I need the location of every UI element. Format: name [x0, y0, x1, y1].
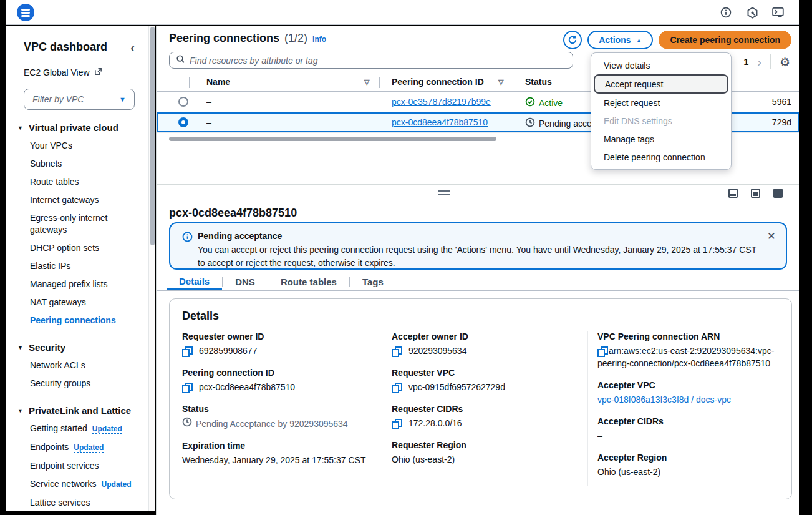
- field-label: Requester owner ID: [182, 331, 366, 341]
- copy-icon[interactable]: [392, 419, 401, 428]
- sidebar-item-service-networks[interactable]: Service networksUpdated: [6, 475, 148, 494]
- screen-edge-bottom: [6, 511, 150, 515]
- sidebar-collapse-icon[interactable]: ‹: [130, 42, 135, 52]
- horizontal-scrollbar[interactable]: [169, 137, 496, 141]
- requester-vpc-truncated: 729d: [772, 117, 791, 127]
- screen-edge-right: [799, 0, 812, 515]
- page-title: Peering connections: [169, 32, 279, 45]
- sidebar-item-egress-only-internet-gateways[interactable]: Egress-only internet gateways: [6, 209, 148, 239]
- panel-layout-bottom-large-icon[interactable]: [751, 189, 760, 198]
- create-peering-connection-button[interactable]: Create peering connection: [659, 31, 791, 49]
- sidebar-scrollbar-thumb[interactable]: [150, 27, 155, 245]
- banner-title: Pending acceptance: [198, 231, 282, 241]
- accepter-vpc-link[interactable]: vpc-018f086a13f3c3f8d / docs-vpc: [597, 393, 780, 406]
- gear-icon[interactable]: ⚙: [780, 56, 790, 68]
- sort-icon-name[interactable]: ▽: [364, 78, 369, 86]
- sidebar-item-your-vpcs[interactable]: Your VPCs: [6, 137, 148, 155]
- sidebar-item-route-tables[interactable]: Route tables: [6, 173, 148, 191]
- details-tabs: Details DNS Route tables Tags: [157, 273, 800, 291]
- row-radio-selected[interactable]: [178, 117, 188, 127]
- panel-layout-bottom-icon[interactable]: [728, 189, 738, 198]
- field-value: 692859908677: [199, 345, 257, 357]
- search-input[interactable]: [190, 56, 566, 66]
- copy-icon[interactable]: [392, 346, 401, 356]
- sidebar-item-dhcp-option-sets[interactable]: DHCP option sets: [6, 239, 148, 257]
- field-label: Status: [182, 404, 366, 414]
- sidebar-item-elastic-ips[interactable]: Elastic IPs: [6, 257, 148, 275]
- copy-icon[interactable]: [392, 383, 401, 392]
- field-value: Ohio (us-east-2): [392, 453, 575, 466]
- menu-item-delete-peering-connection[interactable]: Delete peering connection: [591, 148, 731, 166]
- next-page-icon[interactable]: ›: [757, 57, 761, 66]
- field-label: VPC Peering connection ARN: [597, 331, 780, 341]
- sidebar-item-subnets[interactable]: Subnets: [6, 155, 148, 173]
- sidebar-item-network-acls[interactable]: Network ACLs: [6, 356, 148, 375]
- menu-item-accept-request[interactable]: Accept request: [594, 74, 728, 94]
- refresh-button[interactable]: [563, 31, 582, 49]
- sidebar-item-endpoint-services[interactable]: Endpoint services: [6, 457, 148, 475]
- sidebar-item-managed-prefix-lists[interactable]: Managed prefix lists: [6, 275, 148, 293]
- peering-connection-id-link[interactable]: pcx-0e35787d82197b99e: [392, 97, 491, 107]
- copy-icon[interactable]: [182, 383, 191, 392]
- ec2-global-view-link[interactable]: EC2 Global View: [6, 67, 148, 77]
- copy-icon[interactable]: [182, 346, 191, 356]
- caret-up-icon: ▲: [636, 37, 642, 44]
- sidebar-section-privatelink-and-lattice[interactable]: ▼ PrivateLink and Lattice: [6, 401, 148, 419]
- actions-button[interactable]: Actions ▲: [587, 31, 653, 49]
- section-caret-icon: ▼: [17, 408, 23, 414]
- sidebar-section-security[interactable]: ▼ Security: [6, 338, 148, 356]
- name-cell: –: [206, 97, 211, 107]
- split-panel-divider: [157, 184, 800, 185]
- field-label: Requester Region: [392, 440, 575, 450]
- column-header-status[interactable]: Status: [525, 77, 552, 87]
- main-content: Peering connections (1/2) Info Actions ▲…: [156, 26, 799, 515]
- name-cell: –: [206, 117, 211, 127]
- cloudshell-icon[interactable]: [771, 6, 785, 19]
- field-label: Accepter Region: [597, 453, 780, 463]
- field-value: –: [597, 429, 780, 442]
- copy-icon[interactable]: [597, 346, 607, 356]
- sidebar-item-getting-started[interactable]: Getting startedUpdated: [6, 419, 148, 438]
- vpc-sidebar: VPC dashboard ‹ EC2 Global View Filter b…: [6, 26, 148, 511]
- peering-connection-id-link[interactable]: pcx-0cd8eea4f78b87510: [392, 117, 488, 127]
- filter-by-vpc-select[interactable]: Filter by VPC ▼: [24, 89, 135, 110]
- sort-icon-id[interactable]: ▽: [498, 78, 503, 86]
- field-value: Ohio (us-east-2): [597, 466, 780, 478]
- sidebar-item-nat-gateways[interactable]: NAT gateways: [6, 293, 148, 311]
- tab-tags[interactable]: Tags: [350, 273, 396, 290]
- tab-dns[interactable]: DNS: [223, 273, 268, 290]
- console-top-bar: [6, 0, 799, 25]
- info-icon[interactable]: [719, 6, 733, 19]
- split-panel-drag-handle[interactable]: [438, 190, 450, 195]
- sidebar-item-lattice-services[interactable]: Lattice services: [6, 494, 148, 511]
- requester-vpc-truncated: 5961: [772, 97, 791, 107]
- column-header-name[interactable]: Name: [206, 77, 230, 87]
- row-radio-unselected[interactable]: [178, 97, 188, 107]
- menu-item-view-details[interactable]: View details: [591, 56, 731, 74]
- column-header-peering-connection-id[interactable]: Peering connection ID: [392, 77, 484, 87]
- sidebar-item-internet-gateways[interactable]: Internet gateways: [6, 191, 148, 209]
- tab-route-tables[interactable]: Route tables: [268, 273, 349, 290]
- section-caret-icon: ▼: [17, 345, 23, 351]
- status-cell: Active: [525, 97, 563, 109]
- sidebar-item-endpoints[interactable]: EndpointsUpdated: [6, 438, 148, 457]
- sidebar-section-virtual-private-cloud[interactable]: ▼ Virtual private cloud: [6, 119, 148, 137]
- sidebar-item-peering-connections[interactable]: Peering connections: [6, 311, 148, 330]
- hamburger-menu-button[interactable]: [17, 4, 34, 21]
- field-label: Accepter owner ID: [392, 331, 575, 341]
- menu-item-manage-tags[interactable]: Manage tags: [591, 130, 731, 148]
- external-link-icon: [94, 67, 102, 77]
- sidebar-scrollbar[interactable]: [148, 26, 155, 511]
- clock-icon: [182, 417, 192, 430]
- menu-item-reject-request[interactable]: Reject request: [591, 94, 731, 112]
- close-icon[interactable]: ✕: [767, 230, 776, 243]
- page-number[interactable]: 1: [743, 57, 748, 67]
- sidebar-item-security-groups[interactable]: Security groups: [6, 375, 148, 393]
- details-card: Details Requester owner ID 692859908677 …: [169, 298, 792, 499]
- panel-layout-full-icon[interactable]: [773, 189, 783, 198]
- hexagon-clock-icon[interactable]: [745, 6, 759, 19]
- info-link[interactable]: Info: [312, 35, 326, 44]
- tab-details[interactable]: Details: [167, 273, 222, 290]
- check-circle-icon: [525, 97, 535, 109]
- search-box[interactable]: [169, 52, 573, 69]
